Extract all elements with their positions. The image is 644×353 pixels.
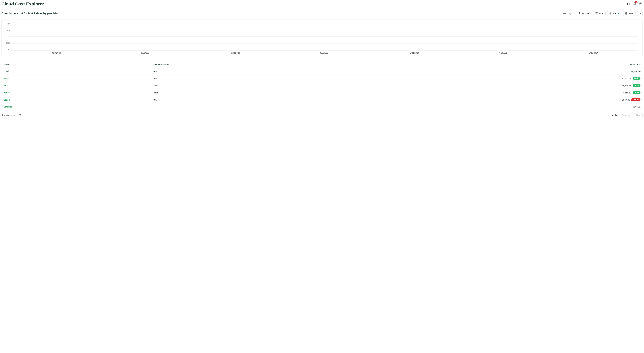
svg-point-17: [640, 13, 641, 14]
cell-name: Azure: [2, 89, 152, 96]
delta-badge: -26.9%: [632, 77, 640, 80]
chart-y-axis: $2K$2K$1K$500$0: [6, 23, 12, 50]
cell-k8s: 0%: [152, 96, 375, 104]
tree-icon: [578, 12, 581, 15]
y-tick: $500: [6, 42, 10, 44]
x-tick: 9/22/2024: [190, 50, 280, 54]
cost-value: $558.11: [624, 92, 632, 94]
edit-indicator-dot: [618, 13, 619, 14]
chart-subtitle: Cumulative cost for last 7 days by provi…: [2, 12, 58, 15]
chart-plot: [12, 23, 638, 50]
table-row: Datadog-$344.02: [2, 104, 642, 110]
cell-k8s: 60%: [152, 68, 375, 75]
refresh-icon[interactable]: [627, 2, 630, 6]
provider-link[interactable]: Azure: [4, 92, 10, 94]
range-button[interactable]: Last 7 days: [560, 11, 575, 16]
page-title: Cloud Cost Explorer: [2, 2, 44, 6]
provider-link[interactable]: Oracle: [4, 98, 10, 101]
edit-label: Edit: [613, 12, 616, 15]
toolbar-buttons: Last 7 days Provider Filter Edit Save: [560, 11, 642, 16]
rows-per-page: Rows per page 25: [2, 113, 26, 117]
rpp-value: 25: [18, 114, 21, 116]
sliders-icon: [609, 12, 612, 15]
delta-badge: -20.3%: [632, 91, 640, 94]
save-icon: [625, 12, 628, 15]
cell-name: GCP: [2, 82, 152, 89]
more-icon: [638, 12, 641, 15]
filter-label: Filter: [599, 12, 604, 15]
x-tick: 9/21/2024: [101, 50, 190, 54]
next-button[interactable]: Next: [634, 113, 642, 117]
svg-marker-5: [596, 12, 598, 14]
cost-value: $3,456.16: [622, 84, 632, 87]
edit-button[interactable]: Edit: [607, 11, 622, 16]
notification-count-badge: 1: [635, 1, 638, 3]
chart-x-axis: 9/20/20249/21/20249/22/20249/23/20249/24…: [12, 50, 638, 54]
cost-value: $547.98: [622, 98, 630, 101]
table-row: Azure85%$558.11-20.3%: [2, 89, 642, 96]
table-row: AWS67%$5,635.46-26.9%: [2, 75, 642, 82]
cell-k8s: 44%: [152, 82, 375, 89]
x-tick: 9/23/2024: [280, 50, 370, 54]
y-tick: $1K: [6, 36, 10, 38]
table-row: GCP44%$3,456.16-16.1%: [2, 82, 642, 89]
cost-table: Name K8s Utilization Total Cost Total60%…: [2, 61, 642, 110]
cell-name: Oracle: [2, 96, 152, 104]
table-row: Oracle0%$547.98+100.0%: [2, 96, 642, 104]
delta-badge: -16.1%: [632, 84, 640, 87]
cell-cost: $3,456.16-16.1%: [375, 82, 642, 89]
svg-point-16: [640, 13, 640, 14]
cost-value: $344.02: [632, 106, 640, 108]
chevron-down-icon: [23, 114, 24, 116]
x-tick: 9/24/2024: [370, 50, 459, 54]
cell-name: Datadog: [2, 104, 152, 110]
col-cost[interactable]: Total Cost: [375, 61, 642, 68]
table-row-total: Total60%$9,664.36: [2, 68, 642, 75]
provider-link[interactable]: AWS: [4, 77, 8, 80]
filter-icon: [595, 12, 598, 15]
cell-cost: $547.98+100.0%: [375, 96, 642, 104]
col-name[interactable]: Name: [2, 61, 152, 68]
range-label: Last 7 days: [562, 12, 572, 15]
x-tick: 9/20/2024: [12, 50, 101, 54]
groupby-label: Provider: [582, 12, 590, 15]
cell-cost: $5,635.46-26.9%: [375, 75, 642, 82]
filter-button[interactable]: Filter: [593, 11, 606, 16]
svg-point-15: [639, 13, 639, 14]
top-icons: 1: [627, 2, 642, 6]
rpp-select[interactable]: 25: [17, 113, 26, 117]
rpp-label: Rows per page: [2, 114, 15, 116]
notifications-button[interactable]: 1: [633, 2, 636, 6]
provider-link[interactable]: Datadog: [4, 106, 12, 108]
y-tick: $2K: [6, 23, 10, 25]
x-tick: 9/26/2024: [549, 50, 638, 54]
col-k8s[interactable]: K8s Utilization: [152, 61, 375, 68]
cell-cost: $344.02: [375, 104, 642, 110]
help-icon[interactable]: [639, 2, 642, 6]
y-tick: $2K: [6, 29, 10, 31]
pagination-range: 1-4 of 4: [610, 114, 617, 116]
save-button[interactable]: Save: [623, 11, 636, 16]
cell-k8s: 85%: [152, 89, 375, 96]
cell-cost: $9,664.36: [375, 68, 642, 75]
cell-cost: $558.11-20.3%: [375, 89, 642, 96]
prev-button[interactable]: Previous: [620, 113, 632, 117]
cell-k8s: 67%: [152, 75, 375, 82]
more-button[interactable]: [637, 11, 642, 16]
chart-card: $2K$2K$1K$500$0 9/20/20249/21/20249/22/2…: [2, 19, 642, 56]
cost-value: $5,635.46: [622, 77, 632, 80]
x-tick: 9/25/2024: [459, 50, 549, 54]
y-tick: $0: [8, 48, 10, 50]
provider-link[interactable]: GCP: [4, 84, 8, 87]
delta-badge: +100.0%: [631, 98, 640, 101]
groupby-button[interactable]: Provider: [576, 11, 592, 16]
save-label: Save: [628, 12, 633, 15]
cell-name: AWS: [2, 75, 152, 82]
cell-name: Total: [2, 68, 152, 75]
cell-k8s: -: [152, 104, 375, 110]
